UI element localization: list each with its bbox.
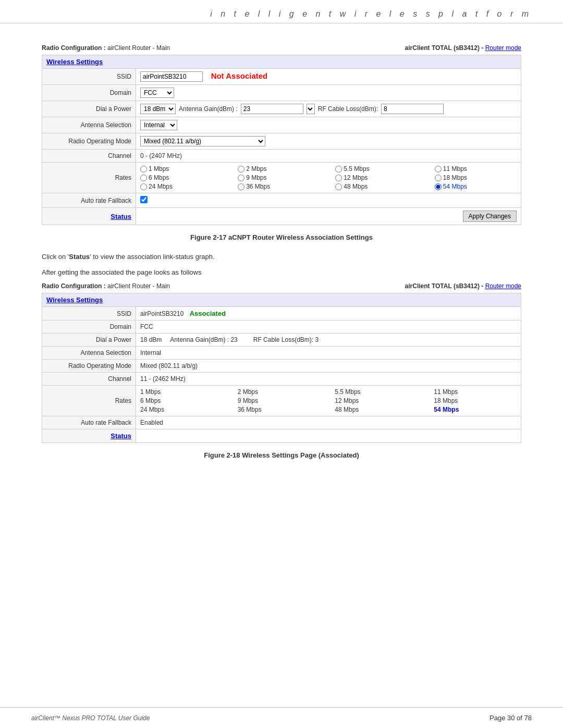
- mode-value-2: Mixed (802.11 a/b/g): [136, 360, 521, 373]
- power-controls-1: 18 dBm 15 dBm 12 dBm Antenna Gain(dBm) :…: [140, 104, 517, 114]
- radio-config-value-1: airClient Router - Main: [107, 44, 170, 52]
- status-value-2: [136, 429, 521, 443]
- radio-11mbps[interactable]: [435, 166, 442, 172]
- antenna-gain-input-1[interactable]: [241, 104, 303, 114]
- status-label-1: Status: [42, 208, 136, 225]
- settings-table-2: Wireless Settings SSID airPointSB3210 As…: [42, 293, 521, 443]
- power-select-1[interactable]: 18 dBm 15 dBm 12 dBm: [140, 104, 176, 114]
- header: i n t e l l i g e n t w i r e l e s s p …: [0, 0, 563, 23]
- mode-select-1[interactable]: Mixed (802.11 a/b/g) 802.11a only 802.11…: [140, 136, 265, 146]
- mode-label-2: Radio Operating Mode: [42, 360, 136, 373]
- radio-18mbps[interactable]: [435, 175, 442, 181]
- footer: airClient™ Nexus PRO TOTAL User Guide Pa…: [0, 707, 563, 728]
- radio-54mbps[interactable]: [435, 183, 442, 190]
- radio-24mbps[interactable]: [140, 183, 147, 190]
- antenna-gain-label-1: Antenna Gain(dBm) :: [179, 105, 238, 113]
- radio-36mbps[interactable]: [238, 183, 244, 190]
- ssid-value-2: airPointSB3210 Associated: [136, 307, 521, 320]
- power-label-1: Dial a Power: [42, 101, 136, 117]
- fallback-row-1: Auto rate Fallback: [42, 193, 521, 208]
- channel-label-2: Channel: [42, 373, 136, 386]
- rates-row-2: Rates 1 Mbps 2 Mbps 5.5 Mbps 11 Mbps 6 M…: [42, 386, 521, 416]
- antenna-value-1: Internal External: [136, 117, 521, 133]
- static-rate-54mbps: 54 Mbps: [434, 406, 517, 413]
- rate-11mbps: 11 Mbps: [435, 165, 517, 172]
- radio-12mbps[interactable]: [335, 175, 342, 181]
- ssid-value-1: Not Associated: [136, 69, 521, 85]
- radio-5mbps[interactable]: [335, 166, 342, 172]
- settings-table-1: Wireless Settings SSID Not Associated Do…: [42, 55, 521, 225]
- router-mode-link-1[interactable]: Router mode: [485, 44, 521, 52]
- static-rate-12mbps: 12 Mbps: [335, 397, 418, 404]
- radio-config-right-2: airClient TOTAL (sB3412) - Router mode: [405, 282, 521, 290]
- power-value-1: 18 dBm 15 dBm 12 dBm Antenna Gain(dBm) :…: [136, 101, 521, 117]
- domain-label-2: Domain: [42, 320, 136, 334]
- power-label-2: Dial a Power: [42, 334, 136, 347]
- domain-row-1: Domain FCC ETSI TELEC: [42, 85, 521, 101]
- radio-config-header-2: Radio Configuration : airClient Router -…: [42, 282, 521, 290]
- router-mode-link-2[interactable]: Router mode: [485, 282, 521, 290]
- rate-24mbps: 24 Mbps: [140, 183, 222, 190]
- mode-label-1: Radio Operating Mode: [42, 133, 136, 150]
- static-rate-2mbps: 2 Mbps: [238, 388, 320, 396]
- figure-2-caption: Figure 2-18 Wireless Settings Page (Asso…: [42, 451, 521, 459]
- section-header-cell-1: Wireless Settings: [42, 55, 521, 69]
- antenna-value-2: Internal: [136, 347, 521, 360]
- static-rate-18mbps: 18 Mbps: [434, 397, 517, 404]
- fallback-row-2: Auto rate Fallback Enabled: [42, 416, 521, 429]
- domain-select-1[interactable]: FCC ETSI TELEC: [140, 88, 174, 98]
- fallback-label-2: Auto rate Fallback: [42, 416, 136, 429]
- radio-6mbps[interactable]: [140, 175, 147, 181]
- power-row-1: Dial a Power 18 dBm 15 dBm 12 dBm Antenn…: [42, 101, 521, 117]
- antenna-row-2: Antenna Selection Internal: [42, 347, 521, 360]
- wireless-settings-link-1[interactable]: Wireless Settings: [46, 58, 103, 66]
- static-rate-1mbps: 1 Mbps: [140, 388, 222, 396]
- rate-12mbps: 12 Mbps: [335, 174, 419, 181]
- radio-2mbps[interactable]: [238, 166, 244, 172]
- static-rates-grid-2: 1 Mbps 2 Mbps 5.5 Mbps 11 Mbps 6 Mbps 9 …: [140, 388, 517, 413]
- ssid-input-1[interactable]: [140, 71, 203, 82]
- radio-9mbps[interactable]: [238, 175, 244, 181]
- apply-changes-btn-1[interactable]: Apply Changes: [463, 211, 517, 222]
- fallback-checkbox-1[interactable]: [140, 196, 148, 203]
- radio-1mbps[interactable]: [140, 166, 147, 172]
- section-header-row-1: Wireless Settings: [42, 55, 521, 69]
- status-bold-1: Status: [69, 253, 90, 261]
- static-rate-11mbps: 11 Mbps: [434, 388, 517, 396]
- domain-label-1: Domain: [42, 85, 136, 101]
- status-link-1[interactable]: Status: [111, 213, 131, 220]
- associated-badge: Associated: [190, 310, 226, 317]
- static-rate-6mbps: 6 Mbps: [140, 397, 222, 404]
- power-value-2: 18 dBm Antenna Gain(dBm) : 23 RF Cable L…: [136, 334, 521, 347]
- antenna-select-1[interactable]: Internal External: [140, 120, 177, 130]
- power-row-2: Dial a Power 18 dBm Antenna Gain(dBm) : …: [42, 334, 521, 347]
- not-associated-badge: Not Associated: [211, 71, 268, 80]
- rates-grid-1: 1 Mbps 2 Mbps 5.5 Mbps 11 Mbps 6 Mbps 9 …: [140, 165, 517, 190]
- rate-5mbps: 5.5 Mbps: [335, 165, 419, 172]
- radio-config-value-2: airClient Router - Main: [107, 282, 170, 290]
- rf-loss-input-1[interactable]: [381, 104, 444, 114]
- status-label-2: Status: [42, 429, 136, 443]
- wireless-settings-link-2[interactable]: Wireless Settings: [46, 296, 103, 304]
- rate-1mbps: 1 Mbps: [140, 165, 222, 172]
- rates-row-1: Rates 1 Mbps 2 Mbps 5.5 Mbps 11 Mbps 6 M…: [42, 163, 521, 193]
- static-rate-9mbps: 9 Mbps: [238, 397, 320, 404]
- radio-48mbps[interactable]: [335, 183, 342, 190]
- static-rate-48mbps: 48 Mbps: [335, 406, 418, 413]
- rate-18mbps: 18 Mbps: [435, 174, 517, 181]
- body-text-1: Click on 'Status' to view the associatio…: [42, 252, 521, 262]
- channel-label-1: Channel: [42, 150, 136, 163]
- fallback-label-1: Auto rate Fallback: [42, 193, 136, 208]
- rates-value-2: 1 Mbps 2 Mbps 5.5 Mbps 11 Mbps 6 Mbps 9 …: [136, 386, 521, 416]
- rf-loss-label-1: RF Cable Loss(dBm):: [318, 105, 378, 113]
- channel-row-1: Channel 0 - (2407 MHz): [42, 150, 521, 163]
- antenna-gain-select-1[interactable]: [307, 104, 315, 114]
- domain-value-1: FCC ETSI TELEC: [136, 85, 521, 101]
- ssid-row-1: SSID Not Associated: [42, 69, 521, 85]
- fallback-value-2: Enabled: [136, 416, 521, 429]
- radio-config-left-1: Radio Configuration : airClient Router -…: [42, 44, 170, 52]
- rate-48mbps: 48 Mbps: [335, 183, 419, 190]
- status-link-2[interactable]: Status: [111, 432, 131, 440]
- status-row-2: Status: [42, 429, 521, 443]
- status-row-1: Status Apply Changes: [42, 208, 521, 225]
